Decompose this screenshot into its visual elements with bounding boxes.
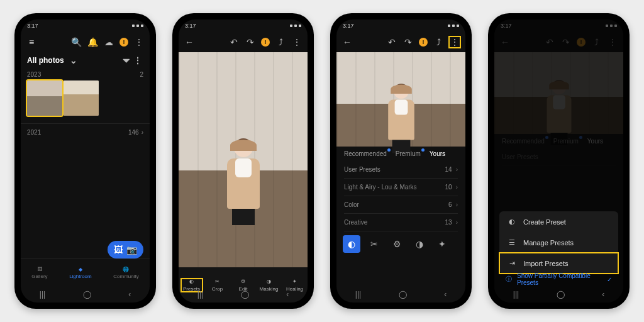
back-arrow-icon[interactable]: ← <box>184 36 195 48</box>
preset-group-row[interactable]: Light & Airy - Lou & Marks 10› <box>344 179 458 196</box>
home-icon[interactable]: ◯ <box>399 290 407 299</box>
camera-icon: 📷 <box>126 245 137 255</box>
preset-group-row[interactable]: Creative 13› <box>344 214 458 231</box>
back-icon[interactable]: ‹ <box>444 290 447 299</box>
bottom-tabs: 🖼 Gallery ◆ Lightroom 🌐 Community <box>21 258 150 286</box>
preset-tab-yours[interactable]: Yours <box>430 150 445 157</box>
chevron-right-icon: › <box>456 219 458 226</box>
status-bar: 3:17 <box>336 19 465 32</box>
presets-icon: ◐ <box>189 279 194 284</box>
back-arrow-icon[interactable]: ← <box>341 36 353 48</box>
year-row[interactable]: 2021 146 › <box>21 123 150 138</box>
recents-icon[interactable]: ||| <box>513 290 519 299</box>
community-icon: 🌐 <box>123 267 129 272</box>
tool-icon-row: ◐ ✂ ⚙ ◑ ✦ <box>336 231 465 257</box>
recents-icon[interactable]: ||| <box>197 290 203 299</box>
crop-icon: ✂ <box>215 279 219 284</box>
preset-group-row[interactable]: Color 6› <box>344 196 458 214</box>
gallery-icon: 🖼 <box>37 267 42 272</box>
recents-icon[interactable]: ||| <box>40 290 45 299</box>
more-icon[interactable]: ⋮ <box>449 36 460 48</box>
system-nav: ||| ◯ ‹ <box>494 286 623 303</box>
chevron-down-icon: ⌄ <box>68 55 79 66</box>
photo-subject <box>221 138 265 245</box>
add-photo-icon: 🖼 <box>114 245 123 255</box>
undo-icon[interactable]: ↶ <box>228 36 240 48</box>
back-icon[interactable]: ‹ <box>128 290 131 299</box>
year-count: 2 <box>140 71 143 78</box>
photo-thumbnail[interactable] <box>64 80 99 116</box>
more-icon[interactable]: ⋮ <box>133 36 145 48</box>
menu-icon[interactable]: ≡ <box>26 36 37 48</box>
album-title-row[interactable]: All photos ⌄ ⏷ ⋮ <box>21 52 150 69</box>
alert-icon[interactable]: ! <box>119 38 128 47</box>
create-preset-icon: ◐ <box>507 218 517 226</box>
photo-thumbnail[interactable] <box>27 80 62 116</box>
chevron-right-icon: › <box>456 184 458 191</box>
recents-icon[interactable]: ||| <box>355 290 361 299</box>
info-icon: ⓘ <box>506 275 512 284</box>
redo-icon[interactable]: ↷ <box>402 36 414 48</box>
more-icon[interactable]: ⋮ <box>291 36 303 48</box>
lightroom-icon: ◆ <box>79 267 82 272</box>
redo-icon[interactable]: ↷ <box>245 36 256 48</box>
alert-icon[interactable]: ! <box>419 38 428 47</box>
more-icon[interactable]: ⋮ <box>132 55 143 66</box>
tool-crop[interactable]: ✂ <box>365 235 383 253</box>
home-icon[interactable]: ◯ <box>83 290 91 299</box>
status-time: 3:17 <box>185 23 196 29</box>
masking-icon: ◑ <box>267 279 271 284</box>
tool-masking[interactable]: ◑ <box>411 235 428 253</box>
status-bar: 3:17 <box>21 19 150 32</box>
chevron-right-icon: › <box>456 166 458 173</box>
phone-frame-3: 3:17 ← ↶ ↷ ! ⤴ ⋮ Recommended Premium <box>330 13 472 309</box>
tab-gallery[interactable]: 🖼 Gallery <box>31 267 47 279</box>
system-nav: ||| ◯ ‹ <box>179 286 308 303</box>
manage-presets-icon: ☰ <box>507 238 517 247</box>
status-time: 3:17 <box>27 23 38 29</box>
album-title: All photos <box>27 56 64 65</box>
sliders-icon: ⚙ <box>241 279 245 284</box>
cloud-icon[interactable]: ☁ <box>103 36 114 48</box>
search-icon[interactable]: 🔍 <box>70 36 82 48</box>
home-icon[interactable]: ◯ <box>557 290 565 299</box>
preset-tab-recommended[interactable]: Recommended <box>344 150 387 157</box>
share-icon[interactable]: ⤴ <box>275 36 286 48</box>
year-row: 2023 2 <box>21 69 150 80</box>
add-fab[interactable]: 🖼 📷 <box>108 241 143 258</box>
phone-frame-2: 3:17 ← ↶ ↷ ! ⤴ ⋮ ◐ Presets <box>172 13 314 309</box>
editor-top-bar: ← ↶ ↷ ! ⤴ ⋮ <box>336 32 465 52</box>
alert-icon[interactable]: ! <box>261 38 270 47</box>
menu-manage-presets[interactable]: ☰ Manage Presets <box>499 232 618 253</box>
photo-canvas[interactable] <box>336 52 465 147</box>
tab-lightroom[interactable]: ◆ Lightroom <box>69 267 92 279</box>
year-count: 146 <box>128 129 139 136</box>
top-bar: ≡ 🔍 🔔 ☁ ! ⋮ <box>21 32 150 52</box>
preset-tab-premium[interactable]: Premium <box>396 150 421 157</box>
system-nav: ||| ◯ ‹ <box>21 286 150 303</box>
tool-healing[interactable]: ✦ <box>433 235 451 253</box>
bell-icon[interactable]: 🔔 <box>87 36 98 48</box>
preset-tab-row: Recommended Premium Yours <box>336 147 465 161</box>
back-icon[interactable]: ‹ <box>286 290 289 299</box>
screen-4: 3:17 ← ↶ ↷ ! ⤴ ⋮ Recommended Premium You… <box>494 19 623 303</box>
tab-community[interactable]: 🌐 Community <box>113 267 138 279</box>
home-icon[interactable]: ◯ <box>241 290 249 299</box>
undo-icon[interactable]: ↶ <box>386 36 397 48</box>
chevron-right-icon: › <box>456 201 458 208</box>
share-icon[interactable]: ⤴ <box>433 36 444 48</box>
phone-frame-4: 3:17 ← ↶ ↷ ! ⤴ ⋮ Recommended Premium You… <box>488 13 630 309</box>
tool-presets[interactable]: ◐ <box>343 235 360 253</box>
phone-frame-1: 3:17 ≡ 🔍 🔔 ☁ ! ⋮ All photos ⌄ ⏷ ⋮ 2023 2 <box>14 13 156 309</box>
menu-create-preset[interactable]: ◐ Create Preset <box>499 211 618 232</box>
back-icon[interactable]: ‹ <box>602 290 604 299</box>
year-label: 2023 <box>27 71 41 78</box>
thumbnail-row <box>21 80 150 116</box>
status-time: 3:17 <box>343 23 354 29</box>
filter-icon[interactable]: ⏷ <box>121 55 132 66</box>
photo-canvas[interactable] <box>179 52 308 267</box>
presets-overflow-menu: ◐ Create Preset ☰ Manage Presets ⇥ Impor… <box>499 211 618 274</box>
tool-edit[interactable]: ⚙ <box>388 235 406 253</box>
import-icon: ⇥ <box>507 259 517 267</box>
screen-2: 3:17 ← ↶ ↷ ! ⤴ ⋮ ◐ Presets <box>179 19 308 303</box>
